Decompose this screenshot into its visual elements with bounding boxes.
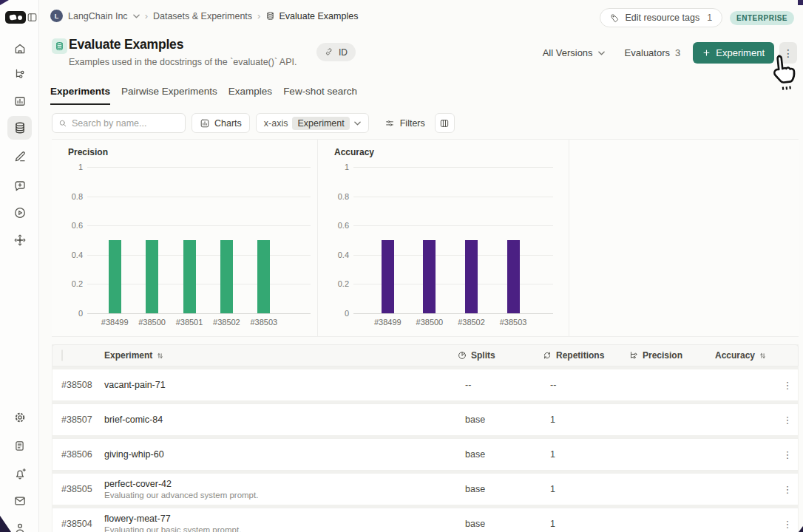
charts-button[interactable]: Charts — [192, 113, 250, 133]
bar-38502[interactable] — [220, 240, 233, 313]
search-input[interactable] — [72, 118, 175, 129]
y-tick-label: 0.2 — [319, 279, 349, 288]
copy-id-button[interactable]: ID — [316, 43, 356, 61]
splits-value: base — [457, 415, 542, 425]
col-precision[interactable]: Precision — [628, 350, 715, 361]
sidebar-item-notifications[interactable] — [7, 462, 32, 485]
tab-examples[interactable]: Examples — [228, 86, 272, 105]
y-tick-label: 0.8 — [319, 192, 349, 201]
row-menu-button[interactable]: ⋮ — [777, 484, 798, 495]
repetitions-value: 1 — [542, 415, 628, 425]
xaxis-selector[interactable]: x-axis Experiment — [256, 113, 369, 133]
chart-plot[interactable]: #38499#38500#38502#38503 — [353, 167, 553, 313]
col-experiment[interactable]: Experiment — [104, 350, 457, 361]
experiment-id: #38506 — [61, 449, 104, 460]
columns-icon — [439, 118, 450, 129]
breadcrumb-datasets[interactable]: Datasets & Experiments — [153, 11, 252, 21]
bar-38500[interactable] — [146, 240, 158, 313]
splits-value: base — [457, 484, 542, 494]
experiment-rows: #38508vacant-pain-71----⋮#38507brief-com… — [52, 369, 799, 532]
sidebar-item-tracing[interactable] — [7, 62, 32, 86]
filters-button[interactable]: Filters — [384, 118, 425, 129]
sidebar-collapse-icon[interactable] — [27, 12, 38, 23]
table-row-38506[interactable]: #38506giving-whip-60base1⋮ — [52, 438, 799, 471]
experiment-name-cell: perfect-cover-42Evaluating our advanced … — [104, 479, 457, 499]
chart-panel-accuracy: Accuracy 00.20.40.60.81 #38499#38500#385… — [318, 140, 569, 336]
bell-plus-icon — [13, 467, 27, 480]
bar-38500[interactable] — [423, 240, 436, 313]
row-menu-button[interactable]: ⋮ — [777, 380, 798, 391]
breadcrumb-org[interactable]: LangChain Inc — [68, 11, 128, 21]
bar-38503[interactable] — [257, 240, 270, 313]
evaluators-button[interactable]: Evaluators 3 — [617, 43, 688, 64]
search-box[interactable] — [52, 113, 186, 133]
y-axis: 00.20.40.60.81 — [52, 167, 87, 313]
database-icon — [265, 11, 275, 21]
table-row-38505[interactable]: #38505perfect-cover-42Evaluating our adv… — [52, 473, 799, 505]
xaxis-value: Experiment — [292, 117, 349, 130]
chevron-down-icon — [354, 121, 361, 126]
bar-38501[interactable] — [183, 240, 196, 313]
splits-value: base — [457, 449, 542, 460]
col-repetitions[interactable]: Repetitions — [542, 350, 628, 361]
org-avatar[interactable]: L — [50, 10, 63, 22]
sidebar-item-datasets[interactable] — [7, 116, 32, 140]
sidebar-item-annotation[interactable] — [7, 145, 32, 168]
experiment-name[interactable]: giving-whip-60 — [104, 449, 457, 460]
sidebar-item-home[interactable] — [7, 37, 32, 61]
table-row-38507[interactable]: #38507brief-comic-84base1⋮ — [52, 403, 799, 436]
bar-38502[interactable] — [465, 240, 478, 313]
gridline — [353, 197, 553, 197]
y-tick-label: 1 — [53, 163, 83, 171]
mouse-cursor-hand — [765, 52, 803, 94]
bar-38499[interactable] — [109, 240, 121, 313]
select-all-checkbox[interactable] — [61, 349, 63, 361]
new-experiment-button[interactable]: Experiment — [693, 42, 774, 64]
sidebar-item-docs[interactable] — [7, 434, 32, 457]
sidebar-item-monitoring[interactable] — [7, 89, 32, 113]
sidebar-item-profile[interactable] — [7, 516, 32, 532]
y-tick-label: 1 — [319, 163, 349, 171]
repetitions-value: 1 — [542, 449, 628, 460]
all-versions-button[interactable]: All Versions — [535, 43, 612, 64]
sidebar-item-deployments[interactable] — [7, 228, 32, 252]
sidebar-item-playground[interactable] — [7, 201, 32, 225]
branch-icon — [628, 350, 639, 361]
corner-artifact — [799, 526, 803, 532]
langsmith-logo[interactable] — [5, 11, 26, 24]
y-tick-label: 0.4 — [319, 250, 349, 259]
experiment-name[interactable]: flowery-meat-77 — [104, 514, 457, 524]
table-row-38504[interactable]: #38504flowery-meat-77Evaluating our basi… — [52, 508, 799, 532]
edit-resource-tags-button[interactable]: Edit resource tags 1 — [600, 8, 722, 27]
tab-pairwise-experiments[interactable]: Pairwise Experiments — [121, 86, 217, 105]
table-row-38508[interactable]: #38508vacant-pain-71----⋮ — [52, 369, 799, 401]
experiments-toolbar: Charts x-axis Experiment Filters — [52, 113, 455, 133]
repetitions-value: 1 — [542, 519, 628, 529]
experiment-name-cell: flowery-meat-77Evaluating our basic syst… — [104, 514, 457, 532]
breadcrumb-current[interactable]: Evaluate Examples — [265, 11, 358, 21]
y-tick-label: 0 — [53, 309, 83, 318]
columns-button[interactable] — [435, 113, 455, 133]
document-icon — [13, 440, 26, 452]
row-menu-button[interactable]: ⋮ — [777, 449, 798, 460]
tab-few-shot-search[interactable]: Few-shot search — [283, 86, 357, 105]
experiment-name[interactable]: vacant-pain-71 — [104, 380, 457, 390]
sidebar-item-settings[interactable] — [7, 406, 32, 429]
col-accuracy[interactable]: Accuracy — [715, 350, 777, 361]
row-menu-button[interactable]: ⋮ — [777, 415, 798, 426]
sidebar-item-prompts[interactable] — [7, 174, 32, 198]
experiment-name[interactable]: perfect-cover-42 — [104, 479, 457, 489]
bar-38503[interactable] — [507, 240, 520, 313]
y-tick-label: 0.8 — [53, 192, 83, 201]
refresh-icon — [542, 350, 552, 361]
experiments-table: Experiment Splits Repetitions Precision … — [52, 344, 799, 532]
sidebar-item-mail[interactable] — [7, 489, 32, 513]
experiment-name[interactable]: brief-comic-84 — [104, 415, 457, 425]
col-splits[interactable]: Splits — [457, 350, 542, 361]
chart-plot[interactable]: #38499#38500#38501#38502#38503 — [87, 167, 311, 313]
bar-38499[interactable] — [382, 240, 394, 313]
row-menu-button[interactable]: ⋮ — [777, 519, 798, 530]
y-tick-label: 0.6 — [53, 221, 83, 230]
plan-badge: ENTERPRISE — [730, 11, 794, 25]
tab-experiments[interactable]: Experiments — [50, 86, 110, 105]
